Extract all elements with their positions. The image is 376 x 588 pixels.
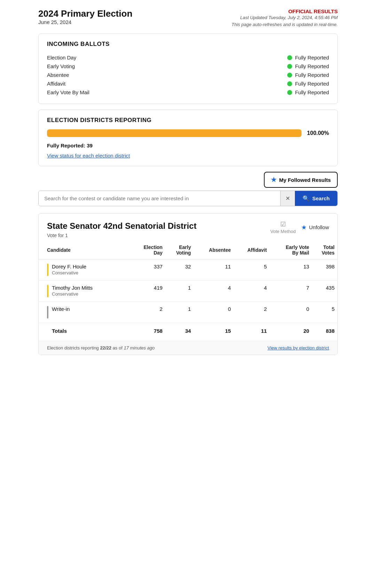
footer-time: 17 minutes ago <box>124 345 155 351</box>
ballot-rows: Election Day Fully Reported Early Voting… <box>47 53 329 97</box>
contest-footer: Election districts reporting 22/22 as of… <box>39 341 337 355</box>
green-dot-icon <box>287 90 292 95</box>
party-bar <box>47 264 48 276</box>
green-dot-icon <box>287 81 292 86</box>
search-button[interactable]: 🔍 Search <box>295 191 337 206</box>
footer-fraction: 22/22 <box>100 345 111 351</box>
contest-card: State Senator 42nd Senatorial District V… <box>38 213 338 355</box>
ballot-label: Election Day <box>47 55 76 61</box>
candidate-vote-cell: 435 <box>312 281 337 302</box>
search-input[interactable] <box>39 191 280 206</box>
candidate-row: Write-in 210205 <box>39 302 337 323</box>
status-label: Fully Reported <box>295 81 329 87</box>
candidate-vote-cell: 4 <box>234 281 269 302</box>
green-dot-icon <box>287 73 292 78</box>
status-label: Fully Reported <box>295 63 329 69</box>
contest-header: State Senator 42nd Senatorial District V… <box>39 214 337 241</box>
election-date: June 25, 2024 <box>38 19 132 25</box>
search-bar: ✕ 🔍 Search <box>38 191 338 206</box>
candidate-vote-cell: 2 <box>234 302 269 323</box>
green-dot-icon <box>287 55 292 60</box>
status-indicator: Fully Reported <box>287 89 329 95</box>
incoming-ballots-title: INCOMING BALLOTS <box>47 41 329 48</box>
contest-vote-for: Vote for 1 <box>47 233 265 238</box>
progress-bar-background <box>47 129 301 137</box>
candidate-name-cell: Dorey F. Houle Conservative <box>39 259 130 281</box>
search-clear-button[interactable]: ✕ <box>280 191 295 206</box>
candidate-row: Dorey F. Houle Conservative 337321151339… <box>39 259 337 281</box>
totals-label-cell: Totals <box>39 323 130 338</box>
status-indicator: Fully Reported <box>287 72 329 78</box>
ballot-row: Absentee Fully Reported <box>47 71 329 79</box>
totals-vote-cell: 758 <box>130 323 165 338</box>
candidate-vote-cell: 13 <box>269 259 312 281</box>
results-table: CandidateElectionDayEarlyVotingAbsenteeA… <box>39 241 337 338</box>
results-table-wrapper: CandidateElectionDayEarlyVotingAbsenteeA… <box>39 241 337 341</box>
candidate-name-cell: Timothy Jon Mitts Conservative <box>39 281 130 302</box>
followed-results-row: ★ My Followed Results <box>38 172 338 188</box>
candidate-party: Conservative <box>52 270 86 275</box>
candidate-vote-cell: 4 <box>194 281 234 302</box>
ballot-label: Affidavit <box>47 81 65 87</box>
totals-vote-cell: 11 <box>234 323 269 338</box>
party-bar <box>47 285 48 297</box>
vote-method-label: Vote Method <box>270 229 296 234</box>
ballot-label: Early Voting <box>47 63 75 69</box>
star-icon: ★ <box>271 176 276 184</box>
candidate-vote-cell: 0 <box>194 302 234 323</box>
green-dot-icon <box>287 64 292 69</box>
districts-title: ELECTION DISTRICTS REPORTING <box>47 117 329 124</box>
official-results-label: OFFICIAL RESULTS <box>232 8 338 14</box>
progress-bar-fill <box>47 129 301 137</box>
status-label: Fully Reported <box>295 72 329 78</box>
candidate-vote-cell: 419 <box>130 281 165 302</box>
candidate-vote-cell: 337 <box>130 259 165 281</box>
election-title: 2024 Primary Election <box>38 8 132 19</box>
contest-title: State Senator 42nd Senatorial District <box>47 220 265 231</box>
view-districts-link[interactable]: View status for each election district <box>47 153 130 159</box>
ballot-row: Election Day Fully Reported <box>47 53 329 62</box>
candidate-row: Timothy Jon Mitts Conservative 419144743… <box>39 281 337 302</box>
candidate-vote-cell: 0 <box>269 302 312 323</box>
status-indicator: Fully Reported <box>287 55 329 61</box>
candidate-name: Write-in <box>52 306 70 312</box>
last-updated: Last Updated Tuesday, July 2, 2024, 4:55… <box>232 14 338 28</box>
view-by-district-link[interactable]: View results by election district <box>267 345 329 351</box>
candidate-vote-cell: 32 <box>165 259 194 281</box>
contest-actions: ☑ Vote Method ★ Unfollow <box>270 220 329 234</box>
search-icon: 🔍 <box>303 195 310 202</box>
ballot-row: Early Vote By Mail Fully Reported <box>47 88 329 97</box>
unfollow-star-icon: ★ <box>301 224 307 231</box>
ballot-label: Early Vote By Mail <box>47 89 89 95</box>
candidate-vote-cell: 7 <box>269 281 312 302</box>
candidate-vote-cell: 5 <box>234 259 269 281</box>
candidate-name: Dorey F. Houle <box>52 264 86 269</box>
totals-vote-cell: 20 <box>269 323 312 338</box>
totals-label: Totals <box>52 328 67 334</box>
incoming-ballots-card: INCOMING BALLOTS Election Day Fully Repo… <box>38 33 338 104</box>
candidate-vote-cell: 398 <box>312 259 337 281</box>
fully-reported-count: Fully Reported: 39 <box>47 143 329 148</box>
column-header: Affidavit <box>234 241 269 259</box>
candidate-name: Timothy Jon Mitts <box>52 285 93 291</box>
ballot-row: Affidavit Fully Reported <box>47 79 329 88</box>
candidate-vote-cell: 1 <box>165 302 194 323</box>
candidate-vote-cell: 1 <box>165 281 194 302</box>
unfollow-label: Unfollow <box>309 224 329 230</box>
ballot-row: Early Voting Fully Reported <box>47 62 329 71</box>
followed-results-button[interactable]: ★ My Followed Results <box>264 172 338 188</box>
column-header: Early VoteBy Mail <box>269 241 312 259</box>
status-label: Fully Reported <box>295 89 329 95</box>
candidate-name-cell: Write-in <box>39 302 130 323</box>
status-indicator: Fully Reported <box>287 63 329 69</box>
unfollow-button[interactable]: ★ Unfollow <box>301 224 329 231</box>
column-header: EarlyVoting <box>165 241 194 259</box>
page-header: 2024 Primary Election June 25, 2024 OFFI… <box>38 8 338 28</box>
column-header: Candidate <box>39 241 130 259</box>
vote-method-button[interactable]: ☑ Vote Method <box>270 220 296 234</box>
column-header: TotalVotes <box>312 241 337 259</box>
party-bar <box>47 306 48 319</box>
ballot-label: Absentee <box>47 72 69 78</box>
status-indicator: Fully Reported <box>287 81 329 87</box>
candidate-vote-cell: 11 <box>194 259 234 281</box>
